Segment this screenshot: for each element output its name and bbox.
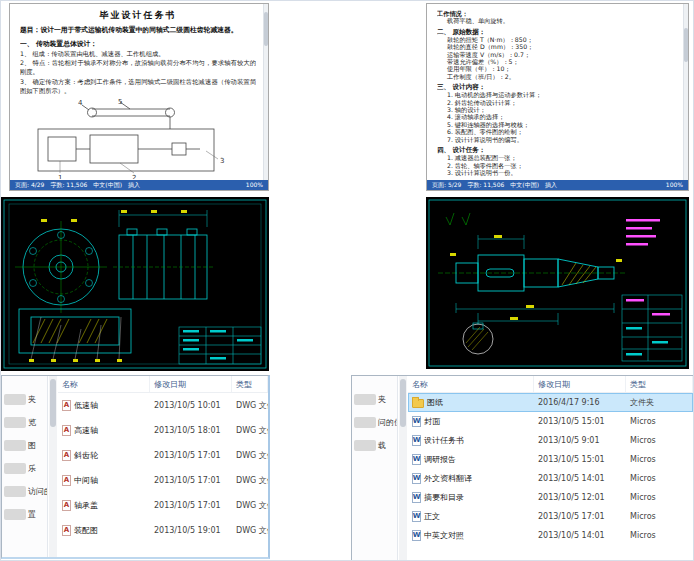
sidebar-item-label: 访问的位置 (28, 486, 47, 497)
sidebar-item[interactable]: 夹 (352, 388, 397, 411)
file-row[interactable]: A斜齿轮 2013/10/5 17:01 DWG 文件 (58, 443, 268, 468)
file-type: Micros (626, 493, 693, 502)
part-callout: 5 (118, 99, 122, 106)
task-book-document-page1: 毕业设计任务书 题目：设计一用于带式运输机传动装置中的同轴式二级圆柱齿轮减速器。… (9, 3, 269, 191)
task-line: 1. 减速器总装配图一张； (437, 154, 676, 161)
file-row[interactable]: A装配图 2013/10/5 19:01 DWG 文件 (58, 518, 268, 543)
sidebar-item-label: 置 (28, 509, 36, 520)
word-status-bar: 页面: 4/29 字数: 11,506 中文(中国) 插入 100% (10, 180, 268, 190)
sidebar-item[interactable]: 览 (2, 411, 47, 434)
section-heading: 四、 设计任务： (437, 146, 676, 154)
dwg-file-icon: A (62, 400, 71, 411)
screenshot-collage: 毕业设计任务书 题目：设计一用于带式运输机传动装置中的同轴式二级圆柱齿轮减速器。… (0, 0, 694, 561)
scrollbar-thumb[interactable] (264, 12, 268, 46)
cad-shaft-panel (426, 197, 689, 369)
column-header-row: 名称 修改日期 类型 (408, 376, 693, 393)
column-header-date[interactable]: 修改日期 (534, 376, 626, 392)
file-row[interactable]: A高速轴 2013/10/5 18:01 DWG 文件 (58, 418, 268, 443)
column-header-name[interactable]: 名称 (58, 376, 150, 392)
work-condition-heading: 工作情况： (437, 10, 676, 17)
file-row-selected[interactable]: 图纸 2016/4/17 9:16 文件夹 (408, 393, 693, 412)
word-file-icon: W (412, 435, 421, 446)
file-date: 2013/10/5 18:01 (150, 426, 232, 435)
sidebar-item[interactable]: 夹 (2, 388, 47, 411)
word-status-bar: 页面: 5/29 字数: 11,506 中文(中国) 插入 100% (427, 180, 688, 190)
sidebar-item[interactable]: 问的位置 (352, 411, 397, 434)
content-line: 7. 设计计算说明书的编写。 (437, 136, 676, 143)
doc-vertical-scrollbar[interactable] (683, 4, 688, 180)
file-row[interactable]: A中间轴 2013/10/5 17:01 DWG 文件 (58, 468, 268, 493)
scrollbar-thumb[interactable] (400, 379, 406, 427)
file-row[interactable]: W外文资料翻译 2013/10/5 14:01 Micros (408, 469, 693, 488)
part-callout: 1 (58, 174, 62, 179)
explorer-nav-pane: 夹 览 图 乐 访问的位置 置 (2, 376, 48, 557)
sidebar-item[interactable]: 置 (2, 503, 47, 526)
file-name: 高速轴 (74, 425, 98, 436)
file-row[interactable]: W封面 2013/10/5 15:01 Micros (408, 412, 693, 431)
file-date: 2013/10/5 12:01 (534, 493, 626, 502)
file-date: 2013/10/5 19:01 (150, 526, 232, 535)
dwg-file-icon: A (62, 500, 71, 511)
sidebar-item-label: 夹 (378, 394, 386, 405)
sidebar-item[interactable]: 图 (2, 434, 47, 457)
file-name: 设计任务书 (424, 435, 464, 446)
file-name: 中间轴 (74, 475, 98, 486)
dwg-file-icon: A (62, 425, 71, 436)
file-type: Micros (626, 436, 693, 445)
file-row[interactable]: W中英文对照 2013/10/5 14:01 Micros (408, 526, 693, 545)
file-name: 装配图 (74, 525, 98, 536)
section-heading: 三、 设计内容： (437, 83, 676, 91)
column-header-type[interactable]: 类型 (626, 376, 693, 392)
file-row[interactable]: A低速轴 2013/10/5 10:01 DWG 文件 (58, 393, 268, 418)
file-row[interactable]: W摘要和目录 2013/10/5 12:01 Micros (408, 488, 693, 507)
content-line: 6. 装配图、零件图的绘制； (437, 128, 676, 135)
file-name: 外文资料翻译 (424, 473, 472, 484)
sidebar-item-label: 载 (378, 440, 386, 451)
sidebar-item[interactable]: 乐 (2, 457, 47, 480)
file-name: 摘要和目录 (424, 492, 464, 503)
file-row[interactable]: W设计任务书 2013/10/5 9:01 Micros (408, 431, 693, 450)
document-title: 毕业设计任务书 (20, 9, 256, 22)
file-type: DWG 文件 (232, 475, 268, 486)
file-date: 2013/10/5 15:01 (534, 417, 626, 426)
word-file-icon: W (412, 473, 421, 484)
part-callout: 3 (220, 157, 224, 165)
file-row[interactable]: A轴承盖 2013/10/5 17:01 DWG 文件 (58, 493, 268, 518)
file-type: 文件夹 (626, 397, 693, 408)
data-line: 使用年限（年）：10； (437, 65, 676, 72)
status-zoom-level[interactable]: 100% (246, 180, 263, 190)
column-header-name[interactable]: 名称 (408, 376, 534, 392)
column-header-type[interactable]: 类型 (232, 376, 268, 392)
file-date: 2013/10/5 10:01 (150, 401, 232, 410)
data-line: 运输带速度 V（m/s）：0.7； (437, 51, 676, 58)
column-header-date[interactable]: 修改日期 (150, 376, 232, 392)
status-zoom-level[interactable]: 100% (666, 180, 683, 190)
cad-shaft-drawing (426, 197, 689, 369)
file-type: DWG 文件 (232, 525, 268, 536)
file-type: Micros (626, 455, 693, 464)
sidebar-item[interactable]: 访问的位置 (2, 480, 47, 503)
file-name: 中英文对照 (424, 530, 464, 541)
file-type: Micros (626, 474, 693, 483)
content-line: 2. 斜齿轮传动设计计算； (437, 99, 676, 106)
scrollbar-thumb[interactable] (684, 28, 688, 62)
sidebar-item-label: 图 (28, 440, 36, 451)
column-header-row: 名称 修改日期 类型 (58, 376, 268, 393)
file-row[interactable]: W调研报告 2013/10/5 15:01 Micros (408, 450, 693, 469)
vertical-scrollbar[interactable] (399, 376, 407, 560)
word-file-icon: W (412, 511, 421, 522)
file-row[interactable]: W正文 2013/10/5 17:01 Micros (408, 507, 693, 526)
part-callout: 2 (132, 174, 136, 179)
folder-tree-icon (4, 394, 26, 405)
vertical-scrollbar[interactable] (49, 376, 57, 557)
cad-assembly-drawing (1, 197, 269, 371)
scrollbar-thumb[interactable] (50, 379, 56, 427)
doc-vertical-scrollbar[interactable] (263, 4, 268, 180)
folder-tree-icon (4, 486, 26, 497)
file-type: Micros (626, 417, 693, 426)
task-line: 3. 设计计算说明书一份。 (437, 169, 676, 176)
file-date: 2013/10/5 14:01 (534, 474, 626, 483)
file-explorer-documents: 夹 问的位置 载 名称 修改日期 类型 图纸 2016/4/17 9:16 文件… (351, 375, 694, 561)
paragraph: 3、 确定传动方案：考虑到工作条件，选用同轴式二级圆柱齿轮减速器（传动装置简图如… (20, 78, 256, 96)
sidebar-item[interactable]: 载 (352, 434, 397, 457)
